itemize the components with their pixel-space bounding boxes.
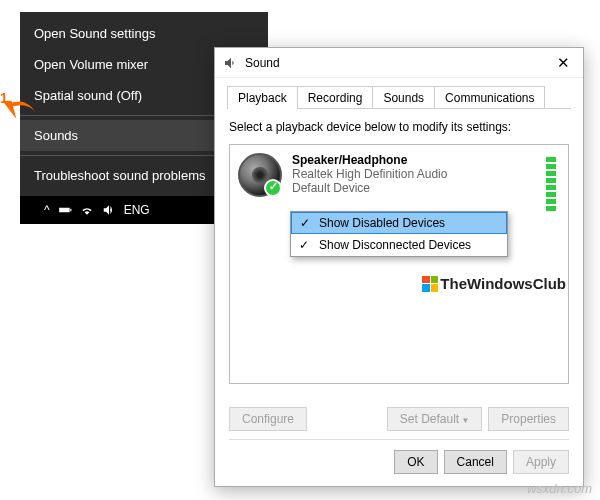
level-meter xyxy=(546,157,556,211)
default-check-icon xyxy=(264,179,282,197)
dialog-body: Select a playback device below to modify… xyxy=(215,110,583,401)
battery-icon xyxy=(58,203,72,217)
menu-show-disconnected[interactable]: Show Disconnected Devices xyxy=(291,234,507,256)
apply-button[interactable]: Apply xyxy=(513,450,569,474)
device-list[interactable]: Speaker/Headphone Realtek High Definitio… xyxy=(229,144,569,384)
tab-sounds[interactable]: Sounds xyxy=(372,86,435,109)
dialog-title: Sound xyxy=(245,56,543,70)
windows-logo-icon xyxy=(422,276,438,292)
menu-show-disabled[interactable]: Show Disabled Devices xyxy=(291,212,507,234)
sound-dialog: Sound ✕ Playback Recording Sounds Commun… xyxy=(214,47,584,487)
properties-button[interactable]: Properties xyxy=(488,407,569,431)
set-default-button[interactable]: Set Default xyxy=(387,407,483,431)
menu-open-sound-settings[interactable]: Open Sound settings xyxy=(20,18,268,49)
tabs: Playback Recording Sounds Communications xyxy=(215,78,583,109)
sound-icon xyxy=(223,55,239,71)
device-driver: Realtek High Definition Audio xyxy=(292,167,447,181)
device-status: Default Device xyxy=(292,181,447,195)
close-button[interactable]: ✕ xyxy=(543,48,583,78)
taskbar-lang[interactable]: ENG xyxy=(124,203,150,217)
device-item[interactable]: Speaker/Headphone Realtek High Definitio… xyxy=(238,153,560,197)
ok-button[interactable]: OK xyxy=(394,450,437,474)
device-buttons: Configure Set Default Properties xyxy=(215,401,583,437)
power-icon: ^ xyxy=(44,203,50,217)
titlebar: Sound ✕ xyxy=(215,48,583,78)
dialog-actions: OK Cancel Apply xyxy=(215,442,583,486)
wifi-icon xyxy=(80,203,94,217)
tab-recording[interactable]: Recording xyxy=(297,86,374,109)
device-text: Speaker/Headphone Realtek High Definitio… xyxy=(292,153,447,197)
watermark: TheWindowsClub xyxy=(422,275,566,292)
tab-playback[interactable]: Playback xyxy=(227,86,298,109)
cancel-button[interactable]: Cancel xyxy=(444,450,507,474)
configure-button[interactable]: Configure xyxy=(229,407,307,431)
device-context-menu: Show Disabled Devices Show Disconnected … xyxy=(290,211,508,257)
tab-communications[interactable]: Communications xyxy=(434,86,545,109)
instruction-text: Select a playback device below to modify… xyxy=(229,120,569,134)
volume-icon[interactable] xyxy=(102,203,116,217)
speaker-icon xyxy=(238,153,282,197)
arrow-icon xyxy=(3,101,17,119)
source-watermark: wsxdn.com xyxy=(527,481,592,496)
device-name: Speaker/Headphone xyxy=(292,153,447,167)
